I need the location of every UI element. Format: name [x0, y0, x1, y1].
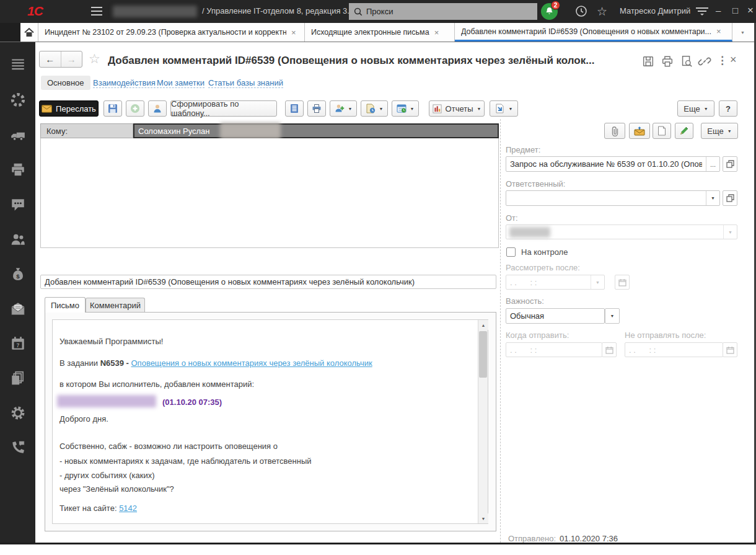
email-question-line3: - других событиях (каких)	[59, 471, 155, 480]
ticket-link[interactable]: 5142	[119, 504, 137, 513]
history-icon[interactable]	[575, 5, 587, 17]
maximize-button[interactable]: □	[732, 5, 738, 16]
attachments-more-button[interactable]: Еще ▼	[701, 123, 738, 139]
tab-label: Добавлен комментарий ID#6539 (Оповещения…	[461, 27, 711, 36]
on-control-checkbox[interactable]	[506, 247, 516, 257]
forward-email-button[interactable]: Переслать	[39, 100, 99, 117]
close-tab-icon[interactable]: ×	[291, 29, 296, 37]
printer-section-icon[interactable]	[10, 162, 26, 178]
sections-wheel-icon[interactable]	[10, 92, 26, 108]
print-icon[interactable]	[661, 55, 674, 68]
get-link-icon[interactable]	[698, 55, 711, 68]
forward-email-label: Переслать	[56, 104, 96, 113]
close-form-icon[interactable]: ×	[730, 53, 737, 66]
settings-gear-icon[interactable]	[10, 405, 26, 421]
nav-link-interactions[interactable]: Взаимодействия	[93, 78, 156, 88]
calendar-section-icon[interactable]: 7	[10, 335, 26, 352]
minimize-button[interactable]: –	[716, 5, 721, 16]
subject-input[interactable]: Добавлен комментарий ID#6539 (Оповещения…	[40, 275, 496, 289]
app-window: 1С / Управление IT-отделом 8, редакция 3…	[0, 0, 756, 555]
scroll-up-icon[interactable]: ▲	[478, 320, 488, 330]
close-tab-icon[interactable]: ×	[434, 29, 439, 37]
preview-icon[interactable]	[680, 55, 693, 68]
email-task-line: В задании N6539 - Оповещения о новых ком…	[59, 358, 372, 368]
save-icon[interactable]	[641, 55, 655, 68]
scroll-down-icon[interactable]: ▼	[478, 513, 488, 523]
close-window-button[interactable]: ×	[747, 4, 754, 17]
tab-letter[interactable]: Письмо	[45, 297, 86, 313]
datetime-placeholder: . . : :	[629, 345, 656, 355]
review-after-calendar-icon	[615, 275, 630, 290]
users-section-icon[interactable]	[10, 231, 26, 247]
tab-outgoing-mail[interactable]: Исходящие электронные письма ×	[305, 23, 455, 42]
do-not-send-after-label: Не отправлять после:	[625, 331, 706, 340]
registry-button[interactable]	[285, 100, 304, 117]
save-button[interactable]	[103, 100, 122, 117]
to-value-cell[interactable]: Соломахин Руслан	[133, 123, 499, 138]
open-subject-icon[interactable]	[723, 156, 737, 172]
favorites-star-icon[interactable]: ☆	[597, 4, 607, 19]
importance-dropdown[interactable]: ▼	[605, 308, 620, 324]
add-participant-dropdown[interactable]: ▼	[330, 100, 357, 117]
1c-logo: 1С	[27, 4, 43, 19]
tab-incident[interactable]: Инцидент № 23102 от 29.09.23 (Проверка а…	[38, 23, 305, 42]
favorite-star-icon[interactable]: ☆	[89, 51, 100, 66]
redacted-org-name	[113, 6, 197, 17]
toolbar-more-button[interactable]: Еще ▼	[677, 100, 714, 117]
task-link[interactable]: Оповещения о новых комментариях через зе…	[131, 358, 372, 368]
subject-ref-value: Запрос на обслуживание № 6539 от 01.10.2…	[510, 159, 702, 169]
nav-link-kb-articles[interactable]: Статьи базы знаний	[208, 78, 283, 88]
choose-button[interactable]: ...	[706, 157, 719, 171]
service-menu-icon[interactable]	[695, 7, 709, 16]
responsible-dropdown[interactable]: ▼	[706, 191, 719, 205]
generate-by-template-button[interactable]: Сформировать по шаблону...	[170, 100, 277, 117]
email-scrollbar[interactable]: ▲ ▼	[478, 320, 488, 523]
chevron-down-icon: ▼	[728, 230, 732, 234]
current-user-name[interactable]: Матреско Дмитрий	[620, 6, 690, 16]
phone-support-icon[interactable]	[10, 440, 26, 456]
documents-stack-icon[interactable]	[10, 370, 26, 386]
from-input: ▼	[506, 224, 737, 239]
responsible-input[interactable]: ▼	[506, 190, 720, 206]
desktop-menu-icon[interactable]	[10, 56, 26, 72]
load-email-button[interactable]	[629, 123, 650, 139]
attachments-button[interactable]	[604, 123, 625, 139]
close-tab-icon[interactable]: ×	[716, 27, 721, 35]
report-chart-icon	[433, 104, 442, 113]
reports-dropdown[interactable]: Отчеты ▼	[429, 100, 485, 117]
send-receive-dropdown[interactable]: ▼	[490, 100, 518, 117]
to-value: Соломахин Руслан	[138, 127, 210, 136]
tab-comment[interactable]: Комментарий	[86, 298, 145, 313]
nav-link-main[interactable]: Основное	[41, 76, 90, 90]
forward-button[interactable]: →	[61, 51, 82, 67]
tab-home[interactable]	[20, 23, 38, 42]
print-button[interactable]	[307, 100, 326, 117]
back-button[interactable]: ←	[40, 51, 61, 67]
create-button[interactable]	[126, 100, 144, 117]
tab-list-dropdown[interactable]: ▼	[732, 23, 753, 42]
importance-select[interactable]: Обычная	[506, 308, 605, 324]
contact-button[interactable]	[148, 100, 167, 117]
scroll-thumb[interactable]	[479, 331, 487, 378]
money-bag-icon[interactable]: $	[10, 266, 26, 282]
recipients-list-area[interactable]	[40, 138, 499, 248]
mail-section-icon[interactable]	[10, 301, 26, 317]
tab-comment-label: Комментарий	[90, 301, 141, 310]
media-chat-icon[interactable]	[10, 197, 26, 213]
schedule-dropdown[interactable]: ▼	[392, 100, 419, 117]
open-responsible-icon[interactable]	[723, 190, 737, 206]
edit-pencil-button[interactable]	[675, 123, 693, 139]
global-search-input[interactable]: Прокси	[349, 3, 537, 20]
new-document-button[interactable]	[653, 123, 671, 139]
panel-splitter[interactable]	[500, 119, 501, 543]
more-menu-dots-icon[interactable]: ⋮	[717, 54, 727, 67]
tab-comment-added[interactable]: Добавлен комментарий ID#6539 (Оповещения…	[455, 23, 732, 42]
main-menu-icon[interactable]	[90, 6, 103, 16]
subject-ref-input[interactable]: Запрос на обслуживание № 6539 от 01.10.2…	[506, 156, 720, 172]
delivery-van-icon[interactable]	[10, 127, 26, 143]
planning-dropdown[interactable]: ▼	[361, 100, 388, 117]
chevron-down-icon: ▼	[610, 314, 615, 318]
help-button[interactable]: ?	[719, 100, 737, 117]
email-question-line4: через "Зелёный колокольчик"?	[59, 484, 174, 494]
nav-link-my-notes[interactable]: Мои заметки	[157, 78, 204, 88]
